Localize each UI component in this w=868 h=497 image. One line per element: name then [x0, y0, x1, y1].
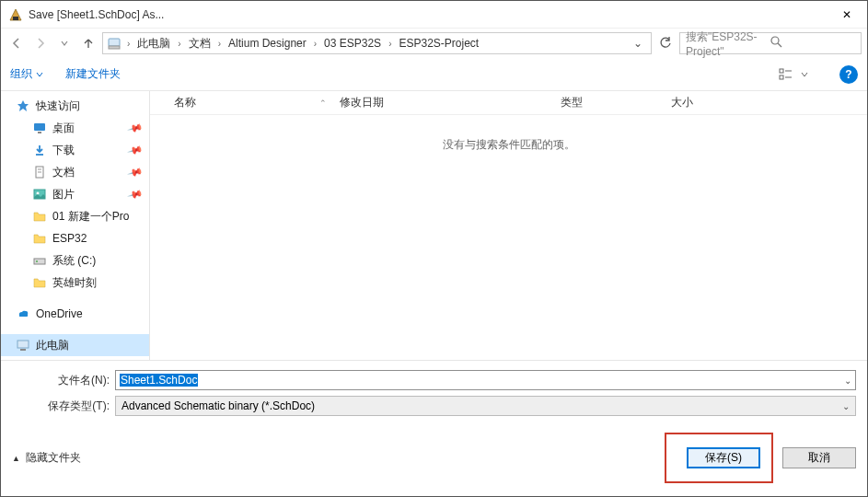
pin-icon: 📌 — [127, 142, 145, 158]
computer-icon — [16, 338, 30, 353]
svg-rect-6 — [780, 69, 783, 73]
hide-folders-toggle[interactable]: ▲ 隐藏文件夹 — [12, 450, 81, 466]
svg-rect-1 — [13, 17, 18, 20]
forward-button[interactable] — [30, 33, 51, 53]
desktop-icon — [32, 121, 47, 135]
save-button[interactable]: 保存(S) — [687, 447, 760, 468]
annotation-box: 保存(S) — [665, 433, 773, 483]
chevron-icon: › — [216, 39, 223, 49]
close-button[interactable]: ✕ — [826, 1, 867, 28]
sidebar-pictures[interactable]: 图片📌 — [1, 183, 149, 205]
file-pane: 名称⌃ 修改日期 类型 大小 没有与搜索条件匹配的项。 — [150, 91, 867, 360]
sidebar-drive-c[interactable]: 系统 (C:) — [1, 249, 149, 272]
svg-line-5 — [778, 43, 781, 47]
column-type[interactable]: 类型 — [553, 95, 664, 110]
svg-rect-2 — [109, 39, 120, 46]
path-seg[interactable]: ESP32S-Project — [395, 35, 482, 52]
sidebar-onedrive[interactable]: OneDrive — [1, 303, 149, 325]
up-button[interactable] — [78, 33, 98, 53]
search-placeholder: 搜索"ESP32S-Project" — [686, 29, 770, 58]
sidebar-desktop[interactable]: 桌面📌 — [1, 117, 149, 139]
navbar: › 此电脑 › 文档 › Altium Designer › 03 ESP32S… — [1, 29, 867, 58]
search-input[interactable]: 搜索"ESP32S-Project" — [679, 32, 862, 54]
sidebar-folder-hero[interactable]: 英雄时刻 — [1, 272, 149, 294]
chevron-icon: › — [125, 39, 132, 49]
savetype-label: 保存类型(T): — [12, 399, 115, 414]
folder-icon — [32, 275, 47, 290]
star-icon — [16, 98, 30, 113]
view-options[interactable] — [779, 68, 808, 81]
chevron-down-icon[interactable]: ⌄ — [842, 401, 850, 411]
sidebar-folder-esp32[interactable]: ESP32 — [1, 227, 149, 249]
column-name[interactable]: 名称⌃ — [167, 95, 332, 110]
help-button[interactable]: ? — [839, 65, 858, 84]
titlebar: Save [Sheet1.SchDoc] As... ✕ — [1, 1, 867, 29]
chevron-icon: › — [176, 39, 182, 49]
chevron-icon: › — [387, 39, 393, 49]
pin-icon: 📌 — [127, 164, 145, 180]
sidebar-thispc[interactable]: 此电脑 — [1, 334, 149, 356]
refresh-button[interactable] — [655, 33, 676, 53]
toolbar: 组织 新建文件夹 ? — [1, 58, 867, 91]
path-seg[interactable]: Altium Designer — [225, 35, 310, 52]
window-title: Save [Sheet1.SchDoc] As... — [29, 8, 826, 21]
collapse-icon: ▲ — [12, 454, 20, 463]
cancel-button[interactable]: 取消 — [782, 447, 856, 468]
drive-icon — [107, 36, 122, 51]
search-icon — [770, 36, 855, 51]
svg-rect-22 — [20, 349, 26, 351]
column-date[interactable]: 修改日期 — [332, 95, 553, 110]
svg-point-4 — [771, 37, 779, 44]
document-icon — [32, 165, 47, 179]
fields-area: 文件名(N): Sheet1.SchDoc ⌄ 保存类型(T): Advance… — [1, 361, 867, 423]
pin-icon: 📌 — [127, 120, 145, 136]
sidebar-quick-access[interactable]: 快速访问 — [1, 95, 149, 117]
chevron-down-icon — [801, 71, 808, 78]
sidebar: 快速访问 桌面📌 下载📌 文档📌 图片📌 01 新建一个Pro ESP32 — [1, 91, 150, 360]
sidebar-documents[interactable]: 文档📌 — [1, 161, 149, 183]
breadcrumb[interactable]: › 此电脑 › 文档 › Altium Designer › 03 ESP32S… — [102, 32, 652, 54]
chevron-down-icon[interactable]: ⌄ — [844, 376, 851, 386]
column-headers: 名称⌃ 修改日期 类型 大小 — [150, 91, 867, 115]
path-seg[interactable]: 03 ESP32S — [320, 35, 385, 52]
svg-rect-11 — [34, 123, 45, 131]
new-folder-button[interactable]: 新建文件夹 — [65, 66, 121, 82]
filename-label: 文件名(N): — [12, 373, 115, 388]
sidebar-folder-proj1[interactable]: 01 新建一个Pro — [1, 205, 149, 227]
svg-rect-19 — [34, 259, 45, 264]
svg-point-20 — [36, 260, 38, 262]
svg-rect-7 — [780, 75, 783, 79]
organize-menu[interactable]: 组织 — [10, 66, 43, 82]
savetype-select[interactable]: Advanced Schematic binary (*.SchDoc) ⌄ — [115, 396, 856, 416]
svg-rect-21 — [17, 341, 29, 348]
svg-marker-10 — [17, 100, 29, 111]
sidebar-downloads[interactable]: 下载📌 — [1, 139, 149, 161]
path-seg[interactable]: 文档 — [185, 34, 214, 53]
pictures-icon — [32, 187, 47, 202]
empty-message: 没有与搜索条件匹配的项。 — [150, 137, 867, 153]
download-icon — [32, 143, 47, 157]
filename-input[interactable]: Sheet1.SchDoc ⌄ — [115, 370, 856, 390]
svg-rect-3 — [109, 46, 120, 49]
chevron-icon: › — [312, 39, 318, 49]
sort-indicator-icon: ⌃ — [319, 98, 327, 108]
actions-bar: ▲ 隐藏文件夹 保存(S) 取消 — [1, 423, 867, 496]
svg-rect-12 — [38, 132, 41, 133]
pin-icon: 📌 — [127, 186, 145, 202]
path-seg[interactable]: 此电脑 — [133, 34, 174, 53]
onedrive-icon — [16, 306, 30, 321]
path-dropdown-icon[interactable]: ⌄ — [629, 37, 647, 50]
folder-icon — [32, 209, 47, 224]
app-icon — [8, 7, 23, 22]
back-button[interactable] — [6, 33, 27, 53]
chevron-down-icon — [36, 71, 43, 78]
column-size[interactable]: 大小 — [664, 95, 737, 110]
drive-icon — [32, 253, 47, 268]
folder-icon — [32, 231, 47, 246]
view-icon — [779, 68, 797, 81]
recent-dropdown[interactable] — [54, 33, 75, 53]
main-area: 快速访问 桌面📌 下载📌 文档📌 图片📌 01 新建一个Pro ESP32 — [1, 91, 867, 361]
